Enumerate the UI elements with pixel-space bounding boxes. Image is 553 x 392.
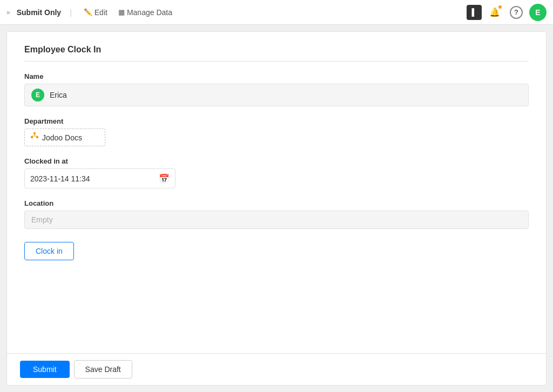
form-area: Employee Clock In Name E Erica Departmen… bbox=[7, 32, 546, 353]
svg-rect-2 bbox=[36, 136, 38, 138]
save-draft-button[interactable]: Save Draft bbox=[74, 360, 132, 379]
main-content: Employee Clock In Name E Erica Departmen… bbox=[6, 31, 547, 386]
notification-button[interactable]: 🔔 bbox=[486, 4, 503, 21]
clock-in-button-label: Clock in bbox=[36, 247, 63, 255]
calendar-icon[interactable]: 📅 bbox=[159, 173, 170, 184]
help-icon: ? bbox=[510, 6, 523, 19]
navbar: » Submit Only | ✏️ Edit ▦ Manage Data ▌ … bbox=[0, 0, 553, 25]
sidebar-toggle-button[interactable]: ▌ bbox=[467, 5, 482, 20]
page-title: Submit Only bbox=[17, 8, 61, 17]
location-field: Empty bbox=[24, 211, 529, 229]
location-group: Location Empty bbox=[24, 199, 529, 229]
save-draft-label: Save Draft bbox=[85, 365, 121, 374]
department-icon bbox=[30, 132, 39, 143]
svg-rect-0 bbox=[33, 132, 36, 134]
clock-in-button[interactable]: Clock in bbox=[24, 242, 74, 260]
chevrons-icon: » bbox=[6, 9, 10, 16]
manage-data-label: Manage Data bbox=[127, 8, 172, 17]
department-field[interactable]: Jodoo Docs bbox=[24, 129, 105, 146]
user-avatar-button[interactable]: E bbox=[529, 4, 547, 21]
navbar-left: » Submit Only | ✏️ Edit ▦ Manage Data bbox=[6, 6, 176, 19]
name-avatar: E bbox=[31, 89, 44, 102]
name-group: Name E Erica bbox=[24, 72, 529, 106]
navbar-divider: | bbox=[70, 8, 72, 17]
clocked-in-label: Clocked in at bbox=[24, 157, 529, 165]
datetime-input[interactable] bbox=[30, 174, 159, 183]
table-icon: ▦ bbox=[118, 8, 125, 16]
help-button[interactable]: ? bbox=[508, 4, 525, 21]
navbar-right: ▌ 🔔 ? E bbox=[467, 4, 547, 21]
clocked-in-group: Clocked in at 📅 bbox=[24, 157, 529, 188]
svg-rect-1 bbox=[31, 136, 33, 138]
department-group: Department Jodoo Docs bbox=[24, 117, 529, 146]
name-value: Erica bbox=[50, 91, 67, 99]
edit-label: Edit bbox=[95, 8, 107, 17]
form-footer: Submit Save Draft bbox=[7, 353, 546, 385]
location-label: Location bbox=[24, 199, 529, 207]
edit-action[interactable]: ✏️ Edit bbox=[80, 6, 111, 19]
submit-button[interactable]: Submit bbox=[20, 361, 70, 378]
form-title: Employee Clock In bbox=[24, 45, 529, 62]
name-field: E Erica bbox=[24, 84, 529, 106]
department-value: Jodoo Docs bbox=[42, 133, 82, 142]
edit-icon: ✏️ bbox=[84, 8, 92, 16]
name-label: Name bbox=[24, 72, 529, 80]
name-avatar-initial: E bbox=[36, 91, 40, 99]
user-avatar-initial: E bbox=[535, 8, 540, 17]
submit-label: Submit bbox=[33, 365, 57, 374]
location-placeholder: Empty bbox=[31, 215, 53, 224]
department-label: Department bbox=[24, 117, 529, 125]
manage-data-action[interactable]: ▦ Manage Data bbox=[115, 6, 176, 19]
sidebar-icon: ▌ bbox=[471, 8, 476, 16]
notification-badge bbox=[498, 5, 502, 9]
datetime-field[interactable]: 📅 bbox=[24, 168, 176, 188]
